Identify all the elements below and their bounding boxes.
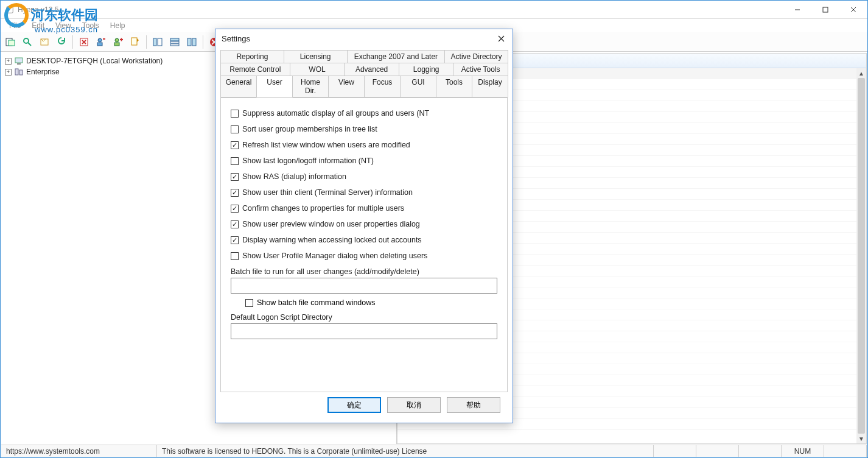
checkbox-icon[interactable] — [231, 189, 239, 197]
tab-view[interactable]: View — [328, 76, 365, 97]
toolbar-btn-4[interactable] — [54, 35, 69, 49]
settings-dialog: Settings Reporting Licensing Exchange 20… — [215, 29, 513, 423]
tab-tools[interactable]: Tools — [436, 76, 472, 97]
svg-rect-0 — [7, 6, 13, 13]
svg-rect-17 — [114, 43, 119, 46]
enterprise-icon — [14, 67, 24, 77]
tab-home-dir[interactable]: Home Dir. — [292, 76, 329, 97]
toolbar-btn-6[interactable] — [94, 35, 108, 49]
dialog-button-row: 确定 取消 帮助 — [220, 392, 508, 418]
menu-file[interactable]: File — [4, 20, 26, 31]
svg-rect-21 — [170, 38, 179, 41]
tab-display[interactable]: Display — [472, 76, 508, 97]
menu-view[interactable]: View — [51, 20, 76, 31]
checkbox-icon[interactable] — [231, 157, 239, 165]
status-license: This software is licensed to HEDONG. Thi… — [157, 445, 654, 457]
menu-edit[interactable]: Edit — [27, 20, 49, 31]
toolbar-btn-1[interactable] — [3, 35, 18, 49]
help-button[interactable]: 帮助 — [447, 397, 500, 413]
expand-icon[interactable]: + — [5, 58, 12, 65]
option-row-5[interactable]: Show user thin client (Terminal Server) … — [231, 188, 497, 197]
tab-advanced[interactable]: Advanced — [344, 63, 399, 76]
tab-general[interactable]: General — [220, 76, 257, 97]
scroll-down-icon[interactable]: ▼ — [856, 434, 866, 443]
tab-licensing[interactable]: Licensing — [284, 50, 348, 63]
toolbar-view-3[interactable] — [184, 35, 199, 49]
tab-active-directory[interactable]: Active Directory — [444, 50, 508, 63]
checkbox-icon[interactable] — [231, 252, 239, 260]
option-row-6[interactable]: Confirm changes to properties for multip… — [231, 204, 497, 213]
statusbar: https://www.systemtools.com This softwar… — [1, 445, 867, 457]
option-row-0[interactable]: Suppress automatic display of all groups… — [231, 109, 497, 118]
checkbox-icon[interactable] — [245, 299, 253, 307]
option-row-3[interactable]: Show last logon/logoff information (NT) — [231, 157, 497, 165]
cancel-button[interactable]: 取消 — [387, 397, 441, 413]
checkbox-icon[interactable] — [231, 205, 239, 213]
status-url: https://www.systemtools.com — [1, 445, 157, 457]
toolbar-btn-7[interactable] — [111, 35, 125, 49]
minimize-button[interactable] — [783, 1, 811, 19]
option-label: Suppress automatic display of all groups… — [242, 109, 429, 118]
toolbar-sep-3 — [203, 35, 203, 49]
option-row-9[interactable]: Show User Profile Manager dialog when de… — [231, 252, 497, 260]
svg-point-13 — [98, 38, 102, 42]
tab-focus[interactable]: Focus — [364, 76, 401, 97]
scroll-up-icon[interactable]: ▲ — [856, 68, 866, 78]
tab-logging[interactable]: Logging — [399, 63, 454, 76]
option-row-7[interactable]: Show user preview window on user propert… — [231, 220, 497, 228]
option-row-1[interactable]: Sort user group memberships in tree list — [231, 125, 497, 133]
titlebar: Hyena v13.5 — [1, 1, 867, 19]
svg-point-7 — [24, 38, 29, 43]
toolbar-btn-2[interactable] — [20, 35, 35, 49]
tab-wol[interactable]: WOL — [290, 63, 345, 76]
checkbox-icon[interactable] — [231, 220, 239, 228]
tab-user[interactable]: User — [256, 76, 293, 97]
toolbar-btn-3[interactable] — [37, 35, 52, 49]
checkbox-icon[interactable] — [231, 236, 239, 244]
ok-button[interactable]: 确定 — [327, 397, 381, 413]
scroll-track[interactable] — [856, 78, 866, 434]
svg-rect-20 — [158, 38, 162, 46]
toolbar-view-2[interactable] — [167, 35, 182, 49]
toolbar-view-1[interactable] — [150, 35, 165, 49]
status-empty-1 — [654, 445, 696, 457]
dialog-titlebar[interactable]: Settings — [215, 29, 513, 48]
toolbar-btn-5[interactable] — [77, 35, 91, 49]
toolbar-sep-2 — [146, 35, 147, 49]
batch-show-window-row[interactable]: Show batch file command windows — [245, 298, 497, 307]
option-row-2[interactable]: Refresh list view window when users are … — [231, 141, 497, 149]
checkbox-icon[interactable] — [231, 141, 239, 149]
dialog-close-button[interactable] — [493, 32, 509, 45]
checkbox-icon[interactable] — [231, 173, 239, 181]
option-label: Refresh list view window when users are … — [242, 141, 410, 149]
toolbar-btn-8[interactable] — [128, 35, 142, 49]
computer-icon — [14, 56, 24, 66]
option-label: Show last logon/logoff information (NT) — [242, 157, 374, 165]
option-row-4[interactable]: Show RAS (dialup) information — [231, 172, 497, 181]
scroll-thumb[interactable] — [858, 78, 865, 434]
logon-script-input[interactable] — [231, 323, 497, 339]
option-row-8[interactable]: Display warning when accessing locked ou… — [231, 236, 497, 244]
close-button[interactable] — [839, 1, 867, 19]
vertical-scrollbar[interactable]: ▲ ▼ — [856, 68, 866, 443]
option-label: Display warning when accessing locked ou… — [242, 236, 422, 244]
menu-help[interactable]: Help — [105, 20, 130, 31]
menu-tools[interactable]: Tools — [77, 20, 104, 31]
maximize-button[interactable] — [811, 1, 839, 19]
tab-reporting[interactable]: Reporting — [220, 50, 284, 63]
checkbox-icon[interactable] — [231, 110, 239, 118]
app-icon — [5, 5, 14, 14]
svg-rect-23 — [170, 44, 179, 46]
tab-exchange[interactable]: Exchange 2007 and Later — [347, 50, 446, 63]
tab-gui[interactable]: GUI — [400, 76, 436, 97]
batch-file-input[interactable] — [231, 278, 497, 294]
expand-icon[interactable]: + — [5, 69, 12, 76]
svg-point-16 — [115, 38, 119, 42]
tab-remote-control[interactable]: Remote Control — [220, 63, 290, 76]
toolbar-sep — [72, 35, 73, 49]
checkbox-icon[interactable] — [231, 125, 239, 133]
svg-line-8 — [28, 43, 31, 46]
status-empty-3 — [739, 445, 782, 457]
svg-rect-14 — [97, 43, 102, 46]
tab-active-tools[interactable]: Active Tools — [453, 63, 508, 76]
